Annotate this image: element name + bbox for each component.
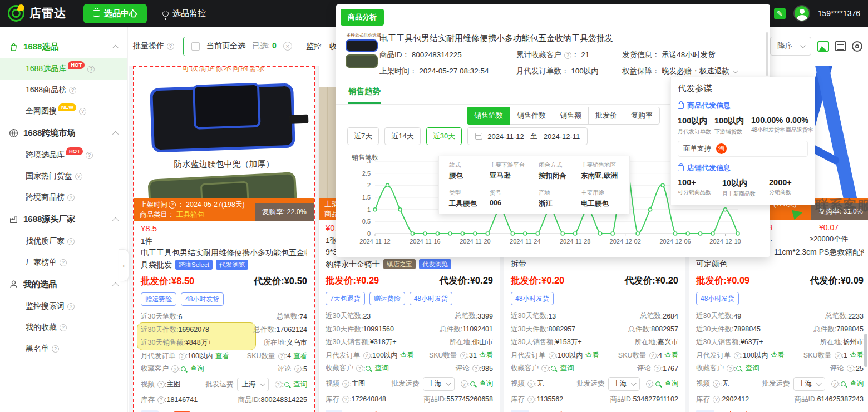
action-link[interactable]: 查询 <box>479 379 493 389</box>
help-icon[interactable]: ? <box>171 365 179 373</box>
date-range-picker[interactable]: 2024-11-12 至 2024-12-11 <box>467 127 588 145</box>
freight-region-select[interactable]: 上海 <box>793 377 825 391</box>
sidebar-item-1-1[interactable]: 国家热门货盘? <box>0 166 127 187</box>
action-link[interactable]: 查询 <box>664 379 678 389</box>
help-icon[interactable]: ? <box>86 152 93 159</box>
help-icon[interactable]: ? <box>169 201 176 209</box>
help-icon[interactable]: ? <box>461 380 468 388</box>
sidebar-section-1[interactable]: 1688跨境市场 <box>0 122 127 145</box>
sidebar-item-3-1[interactable]: 我的收藏? <box>0 317 127 338</box>
sidebar-item-1-0[interactable]: 跨境选品库HOT? <box>0 145 127 166</box>
sidebar-item-2-0[interactable]: 找优质厂家? <box>0 231 127 252</box>
metric-button[interactable]: 批发价 <box>588 107 624 125</box>
help-icon[interactable]: ? <box>67 238 75 245</box>
help-icon[interactable]: ? <box>727 365 734 372</box>
action-link[interactable]: 查询 <box>374 364 388 373</box>
modal-scrollbar[interactable] <box>766 32 768 76</box>
help-icon[interactable]: ? <box>460 352 467 359</box>
action-link[interactable]: 查看 <box>479 351 493 360</box>
metric-button[interactable]: 销售额 <box>553 107 589 125</box>
toolbar-action[interactable]: 监控 <box>306 42 322 51</box>
action-link[interactable]: 查看 <box>215 351 229 361</box>
help-icon[interactable]: ? <box>835 352 842 359</box>
help-icon[interactable]: ? <box>75 173 82 180</box>
range-button[interactable]: 近30天 <box>426 127 462 145</box>
help-icon[interactable]: ? <box>67 303 75 310</box>
help-icon[interactable]: ? <box>67 194 75 201</box>
sidebar-item-3-2[interactable]: 黑名单? <box>0 338 127 359</box>
action-link[interactable]: 查询 <box>560 364 574 373</box>
help-icon[interactable]: ? <box>734 352 741 359</box>
action-link[interactable]: 查看 <box>585 351 599 360</box>
clear-selection-icon[interactable]: × <box>283 42 292 51</box>
sidebar-item-2-1[interactable]: 厂家榜单? <box>0 252 127 273</box>
help-icon[interactable]: ? <box>294 365 302 373</box>
select-all-label[interactable]: 当前页全选 <box>206 41 245 51</box>
freight-region-select[interactable]: 上海 <box>608 377 640 391</box>
help-icon[interactable]: ? <box>646 380 653 388</box>
help-icon[interactable]: ? <box>527 396 535 403</box>
action-link[interactable]: 查询 <box>850 379 864 389</box>
sidebar-section-0[interactable]: 1688选品 <box>0 36 127 58</box>
avatar[interactable] <box>793 5 810 22</box>
settings-icon[interactable] <box>852 41 862 52</box>
select-all-checkbox[interactable] <box>191 42 200 51</box>
help-icon[interactable]: ? <box>831 380 839 388</box>
action-link[interactable]: 查询 <box>190 364 204 374</box>
metric-button[interactable]: 销售笔数 <box>467 107 510 125</box>
help-icon[interactable]: ? <box>79 108 86 115</box>
sidebar-item-0-0[interactable]: 1688选品库HOT? <box>0 58 127 80</box>
help-icon[interactable]: ? <box>649 352 657 359</box>
image-view-icon[interactable] <box>817 41 829 52</box>
sidebar-item-3-0[interactable]: 监控搜索词? <box>0 296 127 317</box>
help-icon[interactable]: ? <box>69 87 76 94</box>
freight-region-select[interactable]: 上海 <box>237 378 269 391</box>
product-card[interactable]: 可以满足你不同的需求防水蓝边腰包中兜（加厚）上架时间?： 2024-05-27(… <box>133 66 315 412</box>
help-icon[interactable]: ? <box>179 353 186 360</box>
help-icon[interactable]: ? <box>60 324 67 331</box>
help-icon[interactable]: ? <box>356 365 363 372</box>
action-link[interactable]: 查询 <box>745 364 759 373</box>
help-icon[interactable]: ? <box>549 352 556 359</box>
help-icon[interactable]: ? <box>275 381 282 388</box>
sidebar-item-0-1[interactable]: 1688商品榜? <box>0 80 127 101</box>
help-icon[interactable]: ? <box>157 396 165 404</box>
help-icon[interactable]: ? <box>167 43 174 50</box>
help-icon[interactable]: ? <box>278 353 285 360</box>
help-icon[interactable]: ? <box>713 380 720 388</box>
action-link[interactable]: 查询 <box>293 380 307 389</box>
sidebar-collapse-handle[interactable]: ‹ <box>119 249 129 281</box>
metric-button[interactable]: 复购率 <box>624 107 660 125</box>
help-icon[interactable]: ? <box>363 352 371 359</box>
action-link[interactable]: 查看 <box>664 351 678 360</box>
action-link[interactable]: 查看 <box>771 351 785 360</box>
nav-selection-monitor[interactable]: 选品监控 <box>162 8 206 19</box>
sidebar-item-1-2[interactable]: 跨境商品榜? <box>0 187 127 208</box>
help-icon[interactable]: ? <box>342 380 349 388</box>
user-phone[interactable]: 159****1376 <box>818 9 860 18</box>
help-icon[interactable]: ? <box>60 259 67 266</box>
action-link[interactable]: 查看 <box>293 351 307 361</box>
freight-region-select[interactable]: 上海 <box>423 377 455 391</box>
sidebar-item-0-2[interactable]: 全网图搜NEW? <box>0 101 127 122</box>
help-icon[interactable]: ? <box>564 52 571 59</box>
help-icon[interactable]: ? <box>157 381 165 388</box>
help-icon[interactable]: ? <box>527 380 535 388</box>
sidebar-section-2[interactable]: 1688源头厂家 <box>0 208 127 231</box>
range-button[interactable]: 近7天 <box>347 127 379 145</box>
help-icon[interactable]: ? <box>52 345 59 353</box>
page-scrollbar[interactable] <box>864 334 867 367</box>
action-link[interactable]: 查看 <box>400 351 414 360</box>
help-icon[interactable]: ? <box>342 396 349 403</box>
help-icon[interactable]: ? <box>541 365 549 372</box>
action-link[interactable]: 查看 <box>850 351 864 360</box>
list-view-icon[interactable] <box>835 41 846 51</box>
help-icon[interactable]: ? <box>654 365 661 372</box>
help-icon[interactable]: ? <box>713 396 720 403</box>
tab-sales-trend[interactable]: 销售趋势 <box>348 86 381 104</box>
help-icon[interactable]: ? <box>87 66 95 73</box>
help-icon[interactable]: ? <box>472 365 480 372</box>
product-title[interactable]: 电工工具包男结实耐用维修便携小多功能包五金收纳工具袋批发跨境Select代发浏览 <box>134 247 314 272</box>
sidebar-section-3[interactable]: 我的选品 <box>0 273 127 296</box>
message-icon[interactable]: ✎ <box>774 8 786 19</box>
